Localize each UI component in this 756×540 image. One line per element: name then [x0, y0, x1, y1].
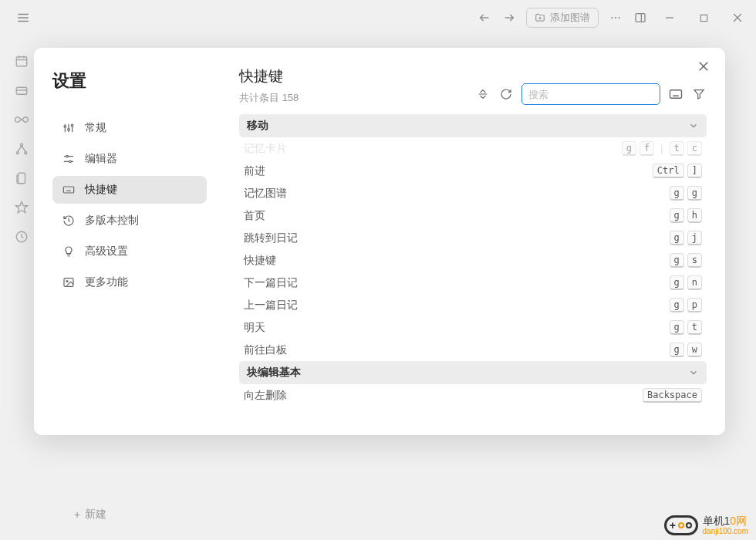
shortcut-keys: gj: [670, 231, 702, 245]
search-input[interactable]: [521, 83, 660, 105]
nav-label: 多版本控制: [85, 214, 139, 228]
shortcut-keys: gn: [670, 275, 702, 290]
kbd-key: g: [670, 320, 684, 335]
rail-graph-icon[interactable]: [13, 140, 30, 157]
collapse-icon[interactable]: [475, 86, 491, 102]
nav-editor[interactable]: 编辑器: [52, 145, 207, 173]
svg-rect-47: [64, 278, 73, 287]
section-header[interactable]: 移动: [239, 114, 707, 137]
svg-rect-13: [700, 15, 707, 21]
svg-rect-20: [16, 87, 27, 94]
shortcut-row[interactable]: 上一篇日记gp: [239, 294, 707, 316]
window-minimize-button[interactable]: [654, 4, 685, 32]
settings-sidebar: 设置 常规 编辑器 快捷键 多版本控制 高级设置 更多功能: [34, 48, 218, 435]
shortcut-row[interactable]: 记忆卡片gf|tc: [239, 137, 707, 160]
filter-icon[interactable]: [691, 86, 707, 102]
shortcut-list[interactable]: 移动记忆卡片gf|tc前进Ctrl]记忆图谱gg首页gh跳转到日记gj快捷键gs…: [233, 114, 713, 435]
rail-card-icon[interactable]: [13, 82, 30, 99]
section-title: 移动: [247, 119, 268, 133]
shortcut-keys: gp: [670, 298, 702, 312]
kbd-key: j: [687, 231, 702, 245]
shortcut-row[interactable]: 向左删除Backspace: [239, 384, 707, 407]
panel-toggle-icon[interactable]: [629, 7, 651, 29]
rail-calendar-icon[interactable]: [13, 52, 30, 69]
svg-point-23: [16, 152, 19, 154]
kbd-key: Ctrl: [653, 164, 684, 178]
svg-point-40: [69, 160, 72, 163]
nav-versioning[interactable]: 多版本控制: [52, 207, 207, 235]
kbd-key: g: [670, 253, 684, 268]
shortcut-keys: gw: [670, 343, 702, 357]
shortcuts-panel: 快捷键 共计条目 158 移动记忆卡片gf|tc前进Ctrl]记忆图谱gg首页g…: [218, 48, 725, 435]
nav-label: 快捷键: [85, 183, 117, 197]
kbd-key: s: [687, 253, 702, 268]
shortcut-label: 明天: [244, 321, 265, 335]
nav-general[interactable]: 常规: [52, 114, 207, 142]
svg-point-48: [66, 281, 68, 282]
nav-forward-icon[interactable]: [498, 7, 520, 29]
kbd-key: ]: [687, 164, 702, 178]
svg-point-22: [21, 143, 23, 146]
shortcut-label: 上一篇日记: [244, 299, 298, 312]
kbd-key: n: [687, 275, 702, 290]
section-title: 块编辑基本: [247, 366, 301, 380]
nav-label: 常规: [85, 121, 106, 135]
image-icon: [62, 275, 76, 289]
kbd-key: g: [670, 231, 684, 245]
modal-close-button[interactable]: [693, 56, 714, 77]
nav-label: 编辑器: [85, 152, 117, 166]
shortcut-row[interactable]: 跳转到日记gj: [239, 227, 707, 249]
shortcut-label: 前往白板: [244, 343, 287, 357]
new-button-label: 新建: [85, 508, 106, 521]
shortcut-keys: gt: [670, 320, 702, 335]
rail-infinity-icon[interactable]: [13, 111, 30, 128]
window-close-button[interactable]: [722, 4, 753, 32]
add-graph-button[interactable]: 添加图谱: [526, 8, 599, 28]
section-header[interactable]: 块编辑基本: [239, 361, 707, 384]
nav-label: 更多功能: [85, 275, 128, 289]
shortcut-keys: gs: [670, 253, 702, 268]
new-button[interactable]: + 新建: [74, 508, 106, 521]
svg-marker-52: [694, 90, 704, 99]
shortcut-keys: gg: [670, 186, 702, 201]
nav-advanced[interactable]: 高级设置: [52, 238, 207, 265]
kbd-key: t: [670, 141, 684, 156]
svg-rect-41: [63, 187, 73, 193]
nav-more[interactable]: 更多功能: [52, 268, 207, 296]
shortcut-label: 首页: [244, 209, 265, 223]
more-icon[interactable]: [605, 7, 626, 29]
kbd-key: c: [687, 141, 702, 156]
svg-rect-16: [16, 57, 27, 66]
settings-title: 设置: [52, 69, 207, 93]
app-menu-icon[interactable]: [12, 7, 34, 29]
kbd-key: Backspace: [643, 388, 702, 403]
shortcut-row[interactable]: 下一篇日记gn: [239, 272, 707, 294]
settings-modal: 设置 常规 编辑器 快捷键 多版本控制 高级设置 更多功能 快捷键: [34, 48, 725, 435]
svg-line-26: [22, 146, 25, 152]
shortcut-label: 下一篇日记: [244, 276, 298, 290]
shortcut-row[interactable]: 首页gh: [239, 204, 707, 227]
rail-star-icon[interactable]: [13, 199, 30, 216]
shortcut-row[interactable]: 前往白板gw: [239, 339, 707, 361]
kbd-key: g: [670, 186, 684, 201]
shortcut-label: 记忆卡片: [244, 142, 287, 156]
shortcut-row[interactable]: 明天gt: [239, 316, 707, 339]
keyboard-icon: [62, 183, 76, 197]
nav-back-icon[interactable]: [474, 7, 495, 29]
rail-pages-icon[interactable]: [13, 170, 30, 187]
window-maximize-button[interactable]: [688, 4, 719, 32]
add-graph-label: 添加图谱: [550, 11, 590, 25]
rail-clock-icon[interactable]: [13, 228, 30, 245]
chevron-down-icon: [688, 367, 699, 378]
shortcut-label: 快捷键: [244, 254, 276, 268]
shortcut-label: 记忆图谱: [244, 187, 287, 201]
svg-point-34: [68, 129, 70, 131]
shortcut-row[interactable]: 前进Ctrl]: [239, 160, 707, 182]
shortcut-row[interactable]: 记忆图谱gg: [239, 182, 707, 204]
watermark-url: danji100.com: [703, 527, 748, 535]
nav-shortcuts[interactable]: 快捷键: [52, 176, 207, 204]
refresh-icon[interactable]: [498, 86, 514, 102]
svg-point-38: [66, 155, 69, 157]
keyboard-small-icon[interactable]: [668, 86, 683, 102]
shortcut-row[interactable]: 快捷键gs: [239, 249, 707, 272]
